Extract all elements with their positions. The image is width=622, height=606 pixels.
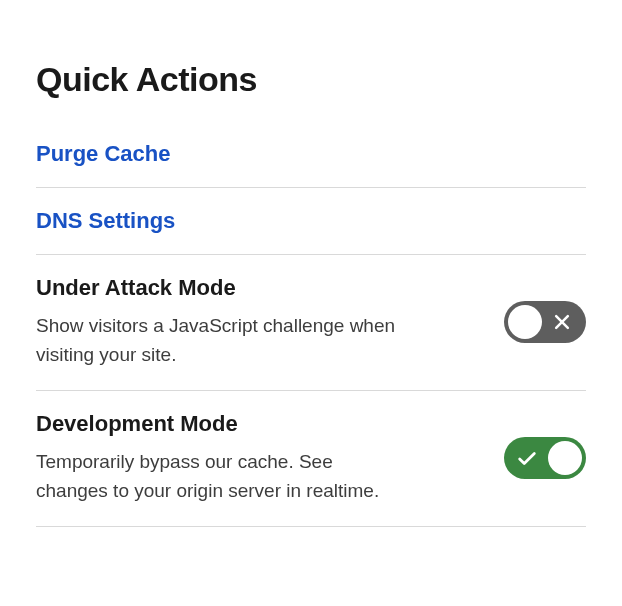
toggle-knob [508,305,542,339]
development-mode-toggle[interactable] [504,437,586,479]
check-icon [516,447,538,469]
quick-action-row-under-attack: Under Attack Mode Show visitors a JavaSc… [36,255,586,391]
quick-action-row-purge-cache: Purge Cache [36,141,586,188]
x-icon [552,312,572,332]
page-title: Quick Actions [36,60,586,99]
under-attack-block: Under Attack Mode Show visitors a JavaSc… [36,275,480,370]
purge-cache-link[interactable]: Purge Cache [36,141,171,167]
under-attack-toggle[interactable] [504,301,586,343]
quick-action-row-development-mode: Development Mode Temporarily bypass our … [36,391,586,527]
development-mode-title: Development Mode [36,411,480,437]
toggle-knob [548,441,582,475]
under-attack-description: Show visitors a JavaScript challenge whe… [36,311,396,370]
dns-settings-link[interactable]: DNS Settings [36,208,175,234]
quick-action-row-dns-settings: DNS Settings [36,188,586,255]
development-mode-description: Temporarily bypass our cache. See change… [36,447,396,506]
development-mode-block: Development Mode Temporarily bypass our … [36,411,480,506]
under-attack-title: Under Attack Mode [36,275,480,301]
